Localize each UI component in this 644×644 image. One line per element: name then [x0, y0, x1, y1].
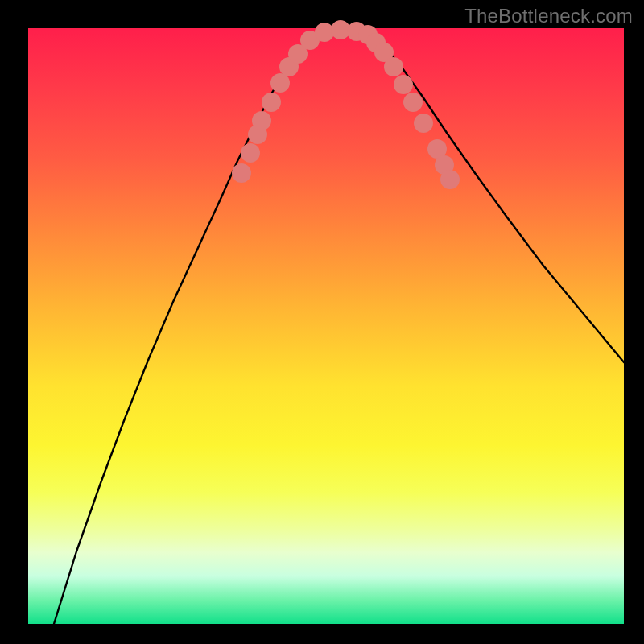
marker-dot: [232, 163, 251, 183]
plot-area: [28, 28, 624, 624]
bottleneck-curve: [54, 30, 624, 624]
marker-dot: [394, 75, 413, 94]
bottleneck-curve-path: [54, 30, 624, 624]
marker-dot: [241, 143, 260, 163]
marker-dot: [262, 93, 281, 112]
chart-frame: TheBottleneck.com: [0, 0, 644, 644]
marker-dot: [384, 57, 403, 76]
watermark-text: TheBottleneck.com: [464, 5, 633, 27]
marker-dot: [403, 93, 423, 112]
marker-dot: [440, 170, 460, 189]
marker-dot: [414, 114, 433, 133]
marker-dot: [252, 111, 271, 130]
highlight-markers: [232, 20, 460, 189]
curve-svg: [28, 28, 624, 624]
